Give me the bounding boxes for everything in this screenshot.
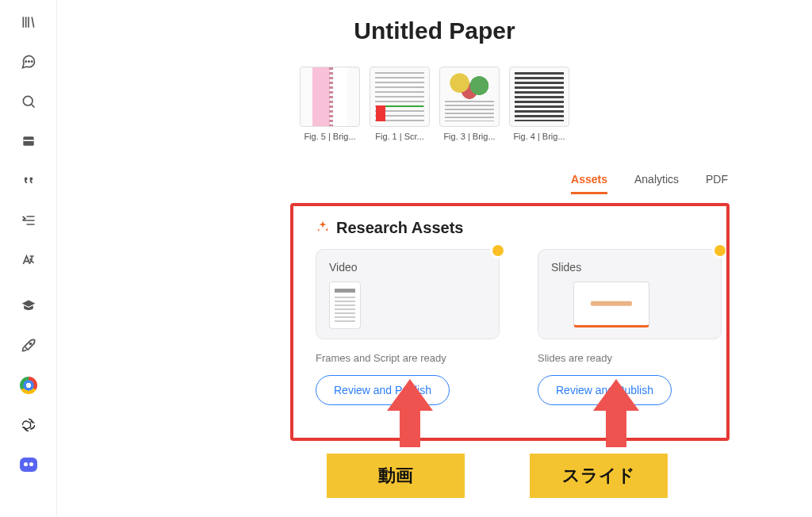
svg-point-6	[29, 343, 31, 345]
section-heading-text: Research Assets	[336, 219, 463, 237]
asset-card-status: Frames and Script are ready	[316, 352, 500, 364]
notification-dot-icon	[714, 245, 726, 256]
figure-caption: Fig. 1 | Scr...	[370, 132, 430, 141]
figure-item[interactable]: Fig. 4 | Brig...	[509, 67, 569, 141]
tab-analytics[interactable]: Analytics	[634, 173, 679, 194]
indent-icon[interactable]	[17, 209, 40, 232]
svg-point-3	[23, 96, 33, 105]
svg-rect-5	[23, 140, 33, 141]
library-icon[interactable]	[17, 11, 40, 33]
tabs: Assets Analytics PDF	[57, 173, 728, 194]
sidebar	[0, 0, 57, 517]
asset-card-preview[interactable]: Slides	[538, 249, 722, 339]
review-publish-button[interactable]: Review and Publish	[316, 375, 450, 405]
figure-item[interactable]: Fig. 3 | Brig...	[439, 67, 500, 141]
figure-row: Fig. 5 | Brig... Fig. 1 | Scr... Fig. 3 …	[57, 67, 812, 141]
rocket-icon[interactable]	[17, 335, 40, 357]
annotation-label: 動画	[327, 454, 465, 498]
section-heading: Research Assets	[316, 219, 463, 237]
discord-icon[interactable]	[17, 454, 40, 476]
annotation-label-text: 動画	[378, 464, 413, 488]
book-icon[interactable]	[17, 130, 40, 152]
openai-icon[interactable]	[17, 414, 40, 436]
asset-card-title: Video	[329, 261, 486, 274]
quote-icon[interactable]	[17, 170, 40, 192]
slides-thumbnail	[573, 281, 649, 327]
asset-card-slides: Slides Slides are ready Review and Publi…	[538, 249, 722, 405]
search-icon[interactable]	[17, 90, 40, 113]
svg-point-1	[28, 61, 29, 62]
figure-thumbnail	[439, 67, 500, 127]
chat-icon[interactable]	[17, 51, 40, 73]
review-publish-button[interactable]: Review and Publish	[538, 375, 672, 405]
figure-caption: Fig. 4 | Brig...	[509, 132, 569, 141]
asset-cards: Video Frames and Script are ready Review…	[316, 249, 722, 405]
translate-icon[interactable]	[17, 249, 40, 271]
chrome-icon[interactable]	[17, 374, 40, 396]
page-title: Untitled Paper	[57, 17, 812, 44]
sparkle-icon	[316, 220, 330, 237]
asset-card-title: Slides	[551, 261, 708, 274]
figure-item[interactable]: Fig. 1 | Scr...	[370, 67, 430, 141]
tab-pdf[interactable]: PDF	[706, 173, 728, 194]
figure-thumbnail	[300, 67, 360, 127]
figure-thumbnail	[509, 67, 569, 127]
asset-card-status: Slides are ready	[538, 352, 722, 364]
asset-card-video: Video Frames and Script are ready Review…	[316, 249, 500, 405]
tab-assets[interactable]: Assets	[571, 173, 607, 194]
figure-thumbnail	[370, 67, 430, 127]
figure-caption: Fig. 5 | Brig...	[300, 132, 360, 141]
asset-card-preview[interactable]: Video	[316, 249, 500, 339]
notification-dot-icon	[492, 245, 504, 256]
annotation-label: スライド	[530, 454, 668, 498]
graduation-cap-icon[interactable]	[17, 295, 40, 317]
svg-point-0	[25, 61, 26, 62]
figure-caption: Fig. 3 | Brig...	[439, 132, 500, 141]
svg-point-2	[31, 61, 32, 62]
video-thumbnail	[329, 281, 361, 329]
annotation-label-text: スライド	[562, 464, 635, 488]
figure-item[interactable]: Fig. 5 | Brig...	[300, 67, 360, 141]
